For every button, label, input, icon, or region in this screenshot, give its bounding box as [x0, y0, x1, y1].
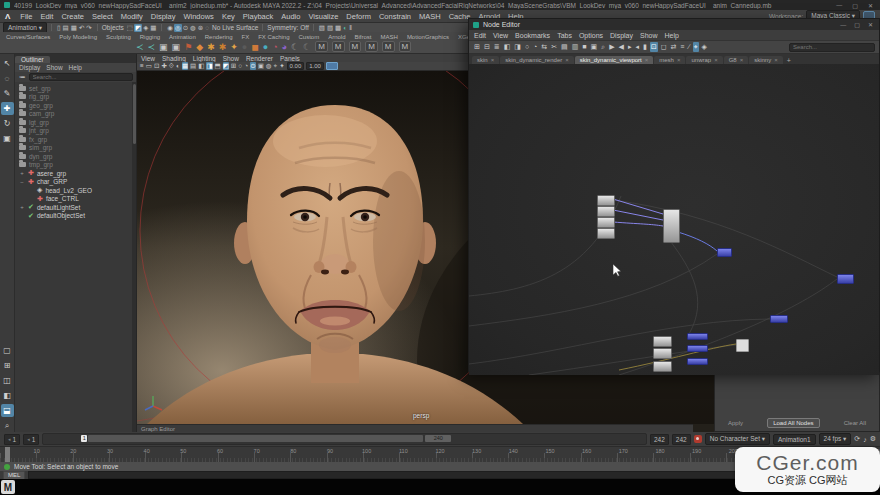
- node-editor-tab-g8[interactable]: G8×: [724, 56, 749, 64]
- viewport-toolbar-icon-13[interactable]: ○: [238, 62, 242, 70]
- viewport-toolbar-icon-17[interactable]: ◍: [266, 62, 272, 70]
- redo-icon[interactable]: ↷: [85, 24, 92, 32]
- outliner-item-defaultobjectset[interactable]: ✔defaultObjectSet: [19, 212, 136, 221]
- playback-options-icon[interactable]: ⚙: [870, 435, 876, 443]
- outliner-muted-item[interactable]: sim_grp: [19, 144, 136, 153]
- node-editor-tab-mesh[interactable]: mesh×: [654, 56, 685, 64]
- menu-modify[interactable]: Modify: [117, 12, 147, 21]
- node-editor-toolbar-icon-1[interactable]: ⊟: [483, 42, 491, 52]
- anim-end-field[interactable]: 242: [672, 434, 691, 445]
- ipr-render-icon[interactable]: ▨: [326, 24, 334, 32]
- current-frame-marker[interactable]: [5, 447, 10, 463]
- node-editor-toolbar-icon-16[interactable]: ▸: [627, 42, 633, 52]
- maximize-button[interactable]: ▢: [849, 2, 861, 9]
- node-editor-toolbar-icon-14[interactable]: ▶: [608, 42, 615, 52]
- node-editor-minimize-button[interactable]: —: [838, 22, 848, 28]
- viewport-menu-show[interactable]: Show: [223, 55, 239, 62]
- outliner-menu-help[interactable]: Help: [69, 64, 82, 71]
- graph-node-3[interactable]: [597, 228, 615, 239]
- node-editor-tab-skin-dynamic-viewport[interactable]: skin_dynamic_viewport×: [575, 56, 654, 64]
- node-editor-toolbar-icon-3[interactable]: ◧: [503, 42, 512, 52]
- shelf-icon-5[interactable]: ◆: [196, 41, 203, 53]
- node-editor-toolbar-icon-25[interactable]: ◈: [701, 42, 708, 52]
- viewport-toolbar-icon-6[interactable]: ▦: [182, 62, 188, 70]
- undo-icon[interactable]: ↶: [78, 24, 85, 32]
- viewport-toolbar-icon-7[interactable]: ▤: [190, 62, 196, 70]
- graph-node-13[interactable]: [736, 339, 749, 352]
- menu-deform[interactable]: Deform: [342, 12, 375, 21]
- outliner-muted-item[interactable]: fx_grp: [19, 135, 136, 144]
- shelf-icon-0[interactable]: ≺: [136, 41, 144, 53]
- zoom-tool-icon[interactable]: ⌕: [1, 419, 14, 432]
- outliner-tab[interactable]: Outliner: [15, 56, 50, 63]
- highlight-icon[interactable]: ▦: [149, 24, 157, 32]
- outliner-item-char-grp[interactable]: −✚char_GRP: [19, 178, 136, 187]
- graph-node-14[interactable]: [770, 315, 788, 323]
- node-editor-menu-bookmarks[interactable]: Bookmarks: [515, 32, 550, 39]
- fps-dropdown[interactable]: 24 fps ▾: [819, 433, 852, 445]
- viewport-menu-panels[interactable]: Panels: [280, 55, 300, 62]
- shelf-icon-2[interactable]: ▣: [159, 41, 168, 53]
- shelf-icon-14[interactable]: ☾: [291, 41, 299, 53]
- node-editor-menu-display[interactable]: Display: [610, 32, 633, 39]
- viewport-toolbar-icon-15[interactable]: ⊙: [250, 62, 255, 70]
- viewport-toolbar-icon-14[interactable]: ◔: [244, 62, 248, 70]
- expand-toggle-icon[interactable]: +: [19, 170, 25, 176]
- paint-select-tool-icon[interactable]: ✎: [1, 87, 14, 100]
- node-editor-maximize-button[interactable]: ▢: [852, 21, 862, 28]
- viewport-toolbar-icon-10[interactable]: ⬒: [215, 62, 221, 70]
- layout-persp-graph-icon[interactable]: ⬓: [1, 404, 14, 417]
- shelf-icon-13[interactable]: ◕: [282, 41, 287, 53]
- filter-icon[interactable]: ≔: [18, 73, 27, 81]
- node-graph-area[interactable]: [469, 64, 879, 375]
- outliner-muted-item[interactable]: cam_grp: [19, 110, 136, 119]
- tab-close-icon[interactable]: ×: [740, 57, 744, 63]
- outliner-menu-show[interactable]: Show: [46, 64, 62, 71]
- aux-button-clear-all[interactable]: Clear All: [839, 419, 871, 427]
- snap-view-plane-icon[interactable]: ⊚: [197, 24, 204, 32]
- graph-node-1[interactable]: [597, 206, 615, 217]
- viewport-menu-renderer[interactable]: Renderer: [246, 55, 273, 62]
- audio-icon[interactable]: ♪: [863, 436, 867, 443]
- viewport-menu-view[interactable]: View: [141, 55, 155, 62]
- shelf-maya-icon-0[interactable]: M: [315, 41, 328, 52]
- viewport-toolbar-icon-11[interactable]: ◩: [223, 62, 229, 70]
- rotate-tool-icon[interactable]: ↻: [1, 117, 14, 130]
- make-live-icon[interactable]: ◌: [204, 24, 210, 32]
- node-editor-toolbar-icon-17[interactable]: ◂: [634, 42, 640, 52]
- range-slider-end-grip[interactable]: 240: [425, 435, 451, 442]
- menu-audio[interactable]: Audio: [277, 12, 304, 21]
- viewport-toolbar-icon-19[interactable]: ✦: [279, 62, 284, 70]
- outliner-muted-item[interactable]: set_grp: [19, 84, 136, 93]
- tab-close-icon[interactable]: ×: [714, 57, 718, 63]
- node-editor-search-input[interactable]: [789, 43, 875, 52]
- node-editor-titlebar[interactable]: Node Editor — ▢ ✕: [469, 19, 879, 30]
- node-editor-toolbar-icon-10[interactable]: ▥: [571, 42, 580, 52]
- snap-curve-icon[interactable]: ◎: [174, 24, 182, 32]
- select-hierarchy-icon[interactable]: ⬚: [126, 24, 134, 32]
- node-editor-toolbar-icon-19[interactable]: ⊡: [650, 42, 658, 52]
- viewport-toolbar-icon-5[interactable]: ◐: [176, 62, 180, 70]
- node-editor-toolbar-icon-7[interactable]: ⇆: [540, 42, 548, 52]
- playback-start-field[interactable]: ◂1: [23, 434, 39, 445]
- outliner-muted-item[interactable]: rig_grp: [19, 93, 136, 102]
- outliner-muted-item[interactable]: tmp_grp: [19, 161, 136, 170]
- shelf-icon-10[interactable]: ◼: [251, 41, 258, 53]
- shelf-icon-1[interactable]: ≺: [148, 41, 156, 53]
- shelf-icon-12[interactable]: ◔: [272, 41, 277, 53]
- gamma-field[interactable]: 1.00: [306, 62, 324, 70]
- menu-edit[interactable]: Edit: [36, 12, 57, 21]
- outliner-search-input[interactable]: [29, 73, 134, 81]
- menu-windows[interactable]: Windows: [179, 12, 217, 21]
- outliner-muted-item[interactable]: jnt_grp: [19, 127, 136, 136]
- node-editor-menu-help[interactable]: Help: [665, 32, 679, 39]
- node-editor-tab-skinny[interactable]: skinny×: [749, 56, 783, 64]
- menu-playback[interactable]: Playback: [239, 12, 277, 21]
- select-tool-icon[interactable]: ↖: [1, 57, 14, 70]
- node-editor-toolbar-icon-13[interactable]: ⌕: [600, 42, 606, 52]
- node-editor-toolbar-icon-23[interactable]: ∕: [687, 42, 690, 52]
- shelf-icon-11[interactable]: ●: [263, 41, 268, 53]
- graph-node-0[interactable]: [597, 195, 615, 206]
- graph-node-6[interactable]: [837, 274, 854, 284]
- auto-keyframe-icon[interactable]: [694, 435, 702, 443]
